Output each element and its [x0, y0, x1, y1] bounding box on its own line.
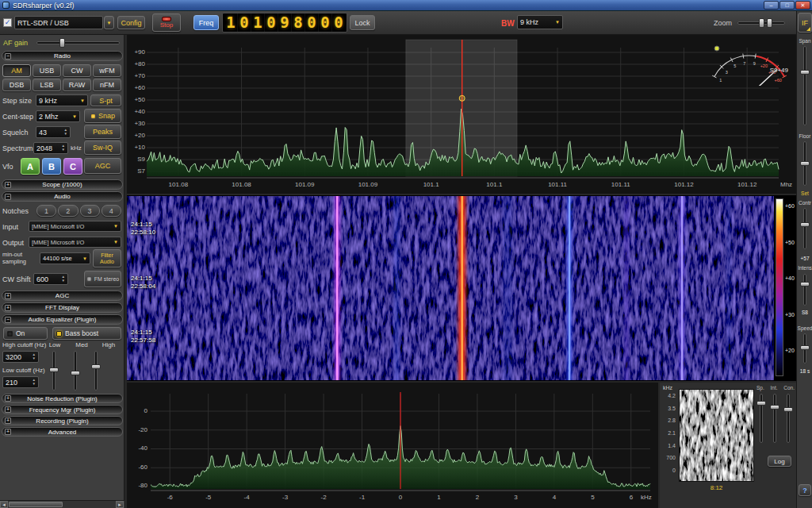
frequency-display[interactable]: 101098000	[222, 13, 347, 33]
config-button[interactable]: Config	[117, 16, 145, 29]
frequency-digit[interactable]: 1	[224, 13, 238, 32]
squelch-spinner[interactable]: 43 ▲▼	[36, 126, 71, 138]
mode-nfm-button[interactable]: nFM	[93, 79, 121, 91]
s-pt-button[interactable]: S-pt	[90, 94, 121, 106]
int-slider[interactable]	[769, 394, 780, 443]
rf-spectrum-canvas[interactable]	[127, 35, 796, 194]
collapse-icon[interactable]: −	[5, 317, 11, 323]
spinner-arrows-icon[interactable]: ▲▼	[30, 353, 36, 360]
bw-select[interactable]: 9 kHz ▼	[517, 15, 563, 29]
help-button[interactable]: ?	[799, 484, 811, 496]
spectrum-spinner[interactable]: 2048 ▲▼	[33, 142, 68, 154]
spinner-arrows-icon[interactable]: ▲▼	[30, 379, 36, 386]
frequency-digit[interactable]: 0	[332, 13, 345, 32]
notch-button[interactable]: 4	[102, 205, 121, 217]
eq-med-slider[interactable]	[69, 351, 82, 391]
frequency-digit[interactable]: 0	[305, 13, 319, 32]
mode-am-button[interactable]: AM	[2, 64, 31, 77]
section-header-recording[interactable]: + Recording (Plugin)	[2, 416, 123, 425]
scroll-right-icon[interactable]: ►	[116, 501, 124, 508]
input-select[interactable]: [MME] Microsoft I/O▼	[29, 221, 121, 232]
section-header-noise-reduction[interactable]: + Noise Reduction (Plugin)	[2, 394, 123, 403]
collapse-icon[interactable]: −	[5, 53, 11, 60]
frequency-digit[interactable]: 0	[319, 13, 332, 32]
sampling-select[interactable]: 44100 s/se▼	[40, 252, 90, 264]
speed-slider[interactable]	[799, 333, 810, 364]
section-header-radio[interactable]: − Radio	[2, 51, 123, 61]
eq-low-thumb[interactable]	[49, 368, 59, 372]
frequency-digit[interactable]: 9	[278, 13, 292, 32]
notch-button[interactable]: 2	[58, 205, 78, 217]
expand-icon[interactable]: +	[5, 418, 11, 424]
high-cutoff-spinner[interactable]: 3200 ▲▼	[2, 351, 39, 363]
snap-button[interactable]: Snap	[84, 109, 121, 123]
eq-high-slider[interactable]	[90, 351, 102, 391]
eq-on-button[interactable]: On	[3, 327, 48, 340]
minimize-button[interactable]: –	[764, 1, 779, 10]
zoom-slider-thumb[interactable]	[759, 18, 764, 28]
agc-button[interactable]: AGC	[84, 158, 121, 174]
sw-iq-button[interactable]: Sw-IQ	[84, 140, 121, 155]
freq-button[interactable]: Freq	[193, 15, 219, 30]
maximize-button[interactable]: □	[779, 1, 795, 10]
scrollbar-thumb[interactable]	[9, 502, 63, 507]
zoom-slider[interactable]	[737, 17, 785, 29]
device-checkbox[interactable]: ✓	[3, 18, 12, 27]
af-gain-slider[interactable]	[36, 37, 120, 48]
sidebar-scrollbar[interactable]: ◄ ►	[0, 500, 124, 508]
vfo-b-button[interactable]: B	[42, 158, 61, 175]
collapse-icon[interactable]: −	[5, 194, 11, 200]
frequency-digit[interactable]: 8	[292, 13, 305, 32]
set-label[interactable]: Set	[797, 190, 812, 196]
contrast-slider-thumb[interactable]	[800, 222, 810, 227]
zoom-slider-thumb2[interactable]	[767, 18, 772, 28]
expand-icon[interactable]: +	[5, 406, 11, 413]
frequency-digit[interactable]: 0	[238, 13, 251, 32]
if-button[interactable]: IF	[798, 13, 812, 33]
frequency-digit[interactable]: 0	[265, 13, 278, 32]
eq-med-thumb[interactable]	[71, 371, 80, 375]
section-header-agc[interactable]: + AGC	[2, 291, 123, 301]
spinner-arrows-icon[interactable]: ▲▼	[59, 275, 65, 283]
cw-shift-spinner[interactable]: 600 ▲▼	[33, 273, 68, 285]
mode-cw-button[interactable]: CW	[63, 64, 91, 77]
vfo-c-button[interactable]: C	[63, 158, 82, 175]
scroll-left-icon[interactable]: ◄	[0, 501, 8, 508]
device-dropdown-button[interactable]: ▼	[104, 16, 114, 29]
notch-button[interactable]: 1	[36, 205, 56, 217]
expand-icon[interactable]: +	[5, 429, 11, 435]
notch-button[interactable]: 3	[80, 205, 100, 217]
section-header-equalizer[interactable]: − Audio Equalizer (Plugin)	[2, 314, 123, 325]
vfo-a-button[interactable]: A	[21, 158, 40, 175]
intensity-slider[interactable]	[799, 274, 810, 306]
bass-boost-button[interactable]: Bass boost	[52, 327, 121, 340]
mode-wfm-button[interactable]: wFM	[93, 64, 121, 77]
audio-spectrum-canvas[interactable]	[127, 383, 658, 508]
eq-high-thumb[interactable]	[91, 364, 101, 369]
span-slider[interactable]	[799, 46, 810, 125]
con-slider[interactable]	[783, 394, 794, 443]
frequency-digit[interactable]: 1	[251, 13, 265, 32]
waterfall-canvas[interactable]	[127, 196, 774, 380]
output-select[interactable]: [MME] Microsoft I/O▼	[29, 237, 121, 248]
sp-slider[interactable]	[756, 394, 767, 443]
spinner-arrows-icon[interactable]: ▲▼	[62, 129, 67, 136]
expand-icon[interactable]: +	[5, 395, 11, 402]
log-button[interactable]: Log	[768, 456, 791, 467]
speed-slider-thumb[interactable]	[800, 345, 810, 350]
device-select[interactable]: RTL-SDR / USB	[14, 16, 103, 29]
section-header-advanced[interactable]: + Advanced	[2, 427, 123, 437]
fm-stereo-button[interactable]: FM stereo	[84, 271, 121, 287]
contrast-slider[interactable]	[799, 208, 810, 249]
intensity-slider-thumb[interactable]	[800, 282, 810, 287]
span-slider-thumb[interactable]	[800, 70, 810, 75]
mode-dsb-button[interactable]: DSB	[2, 79, 31, 91]
step-size-select[interactable]: 9 kHz▼	[36, 94, 88, 106]
floor-slider[interactable]	[799, 141, 810, 186]
expand-icon[interactable]: +	[5, 182, 11, 188]
floor-slider-thumb[interactable]	[800, 161, 810, 166]
section-header-frequency-mgr[interactable]: + Frequency Mgr (Plugin)	[2, 405, 123, 414]
peaks-button[interactable]: Peaks	[84, 125, 121, 139]
cent-step-select[interactable]: 2 Mhz▼	[36, 110, 80, 122]
mode-usb-button[interactable]: USB	[33, 64, 61, 77]
